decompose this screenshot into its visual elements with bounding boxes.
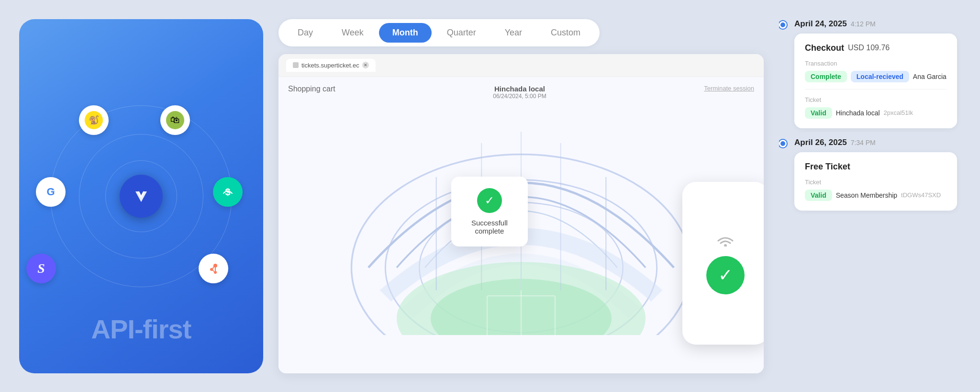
timeline-content-1: April 24, 2025 4:12 PM Checkout USD 109.…	[794, 19, 957, 128]
mailchimp-icon: 🐒	[79, 105, 109, 135]
tab-url: tickets.superticket.ec	[301, 62, 359, 69]
tab-quarter[interactable]: Quarter	[434, 23, 490, 43]
card-title-2: Free Ticket	[805, 162, 850, 172]
stripe2-icon: $	[213, 177, 243, 207]
tab-custom[interactable]: Custom	[537, 23, 594, 43]
shopping-cart-label: Shopping cart	[288, 85, 335, 93]
ticket-tags-2: Valid Season Membership tDGWs47SXD	[805, 190, 947, 201]
ticket-label-1: Ticket	[805, 96, 947, 103]
svg-text:🛍: 🛍	[170, 114, 180, 125]
tab-close-button[interactable]: ✕	[362, 62, 369, 68]
transaction-card-1: Checkout USD 109.76 Transaction Complete…	[794, 34, 957, 128]
svg-text:🐒: 🐒	[89, 115, 100, 125]
browser-content: Shopping cart Hinchada local 06/24/2024,…	[278, 77, 764, 373]
shopify-icon: 🛍	[160, 105, 190, 135]
card-amount-1: USD 109.76	[848, 44, 890, 52]
browser-bar: tickets.superticket.ec ✕	[278, 54, 764, 77]
phone-screen: ✓	[687, 187, 764, 340]
stripe-icon: S	[26, 254, 56, 283]
valid-tag-1: Valid	[805, 107, 832, 119]
hubspot-icon	[199, 254, 228, 283]
event-date: 06/24/2024, 5:00 PM	[493, 93, 546, 100]
middle-panel: Day Week Month Quarter Year Custom ticke…	[278, 19, 764, 373]
right-panel: April 24, 2025 4:12 PM Checkout USD 109.…	[779, 19, 961, 373]
card-divider-1	[805, 89, 947, 90]
transaction-tags: Complete Local-recieved Ana Garcia	[805, 71, 947, 82]
browser-mockup: tickets.superticket.ec ✕ Shopping cart H…	[278, 54, 764, 373]
api-first-text: API-first	[91, 314, 191, 345]
timeline-date-1: April 24, 2025	[794, 19, 847, 29]
ticket-name-2: Season Membership	[836, 191, 897, 199]
svg-point-8	[204, 259, 223, 278]
period-tabs: Day Week Month Quarter Year Custom	[278, 19, 600, 46]
timeline-date-row-1: April 24, 2025 4:12 PM	[794, 19, 957, 29]
phone-mockup: ✓	[682, 182, 764, 345]
tab-year[interactable]: Year	[491, 23, 535, 43]
svg-point-27	[724, 244, 727, 246]
tab-favicon	[293, 62, 299, 68]
timeline-date-2: April 26, 2025	[794, 138, 847, 147]
browser-tab[interactable]: tickets.superticket.ec ✕	[286, 59, 376, 72]
timeline-item-1: April 24, 2025 4:12 PM Checkout USD 109.…	[779, 19, 957, 128]
local-received-tag: Local-recieved	[851, 71, 909, 82]
timeline-time-2: 7:34 PM	[851, 139, 876, 146]
person-name: Ana Garcia	[913, 73, 947, 80]
center-logo	[120, 175, 163, 218]
success-popup: ✓ Successfullcomplete	[451, 177, 528, 246]
timeline-content-2: April 26, 2025 7:34 PM Free Ticket Ticke…	[794, 138, 957, 211]
transaction-label: Transaction	[805, 60, 947, 67]
transaction-card-2: Free Ticket Ticket Valid Season Membersh…	[794, 152, 957, 211]
stadium-area: ✓ Successfullcomplete	[288, 109, 754, 336]
timeline-dot-2	[779, 140, 787, 147]
success-message: Successfullcomplete	[467, 219, 512, 235]
google-icon: G	[36, 177, 66, 207]
valid-tag-2: Valid	[805, 190, 832, 201]
tab-week[interactable]: Week	[328, 23, 377, 43]
ticket-tags-1: Valid Hinchada local 2pxcal51lk	[805, 107, 947, 119]
tab-day[interactable]: Day	[284, 23, 326, 43]
card-title-1: Checkout	[805, 43, 844, 53]
event-name: Hinchada local	[493, 85, 546, 93]
complete-tag: Complete	[805, 71, 847, 82]
success-check-icon: ✓	[477, 188, 502, 213]
timeline-item-2: April 26, 2025 7:34 PM Free Ticket Ticke…	[779, 138, 957, 211]
phone-success-icon: ✓	[706, 256, 745, 294]
wifi-icon	[716, 232, 735, 248]
card-header-2: Free Ticket	[805, 162, 947, 172]
api-panel: 🐒 🛍 G $ S	[19, 19, 263, 373]
ticket-label-2: Ticket	[805, 179, 947, 186]
svg-point-11	[214, 271, 217, 274]
timeline-date-row-2: April 26, 2025 7:34 PM	[794, 138, 957, 147]
tab-month[interactable]: Month	[379, 23, 432, 43]
timeline-time-1: 4:12 PM	[851, 20, 876, 28]
orbit-container: 🐒 🛍 G $ S	[50, 105, 232, 287]
shopping-header: Shopping cart Hinchada local 06/24/2024,…	[288, 85, 754, 100]
event-info: Hinchada local 06/24/2024, 5:00 PM	[493, 85, 546, 100]
timeline-dot-1	[779, 21, 787, 29]
ticket-name-1: Hinchada local	[836, 109, 880, 117]
ticket-code-1: 2pxcal51lk	[884, 109, 913, 116]
ticket-code-2: tDGWs47SXD	[901, 191, 941, 199]
card-header-1: Checkout USD 109.76	[805, 43, 947, 53]
terminate-session-link[interactable]: Terminate session	[704, 85, 754, 92]
